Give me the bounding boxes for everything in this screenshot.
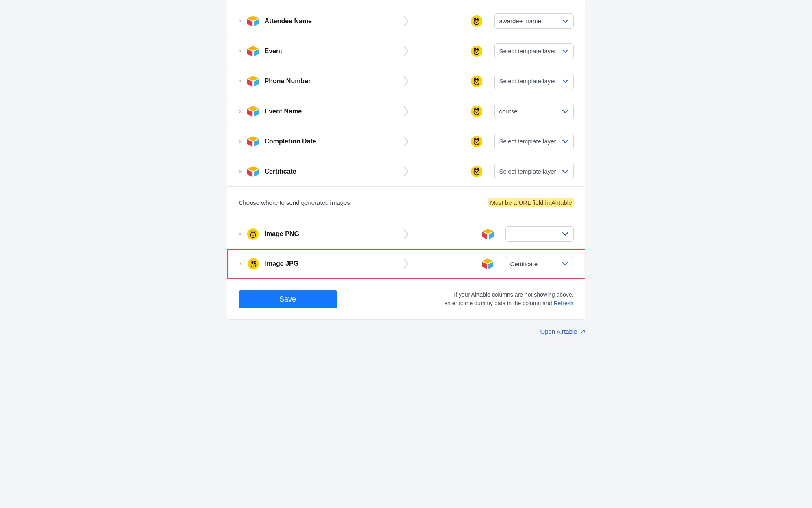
chevron-down-icon: [562, 231, 568, 237]
section-badge: Must be a URL field in Airtable: [488, 198, 573, 207]
field-row: × Event Name course: [227, 96, 585, 126]
mapping-card: × Attendee Name awardee_name × Event Sel…: [227, 0, 585, 320]
card-footer: Save If your Airtable columns are not sh…: [227, 279, 585, 319]
template-layer-select[interactable]: Select template layer: [494, 134, 574, 149]
field-label: Certificate: [265, 168, 296, 175]
field-label: Completion Date: [265, 138, 316, 145]
field-label: Event: [265, 48, 283, 55]
select-value: course: [499, 108, 518, 115]
external-link-icon: [580, 329, 585, 334]
bear-icon: [246, 258, 260, 270]
select-value: awardee_name: [499, 17, 541, 24]
field-label: Attendee Name: [265, 17, 312, 25]
chevron-down-icon: [562, 48, 568, 54]
select-placeholder: Select template layer: [499, 138, 556, 145]
airtable-icon: [246, 75, 260, 87]
select-value: Certificate: [510, 261, 538, 267]
field-row: × Completion Date Select template layer: [227, 126, 585, 156]
select-placeholder: Select template layer: [499, 78, 556, 85]
field-row: × Attendee Name awardee_name: [227, 6, 585, 36]
chevron-right-icon: [403, 76, 409, 87]
output-section-header: Choose where to send generated images Mu…: [227, 187, 585, 219]
close-icon[interactable]: ×: [239, 78, 246, 85]
bear-icon: [470, 165, 484, 178]
chevron-right-icon: [403, 46, 409, 57]
close-icon[interactable]: ×: [239, 138, 246, 145]
bear-icon: [470, 75, 484, 87]
close-icon[interactable]: ×: [239, 18, 246, 24]
chevron-right-icon: [403, 106, 409, 117]
output-field-select[interactable]: [505, 226, 574, 242]
bear-icon: [470, 45, 484, 57]
field-label: Event Name: [265, 108, 302, 115]
template-layer-select[interactable]: Select template layer: [494, 43, 574, 59]
airtable-icon: [481, 228, 495, 240]
chevron-down-icon: [562, 78, 568, 84]
close-icon[interactable]: ×: [239, 261, 246, 267]
footer-help-text: If your Airtable columns are not showing…: [444, 291, 573, 308]
template-layer-select[interactable]: Select template layer: [494, 74, 574, 89]
airtable-icon: [246, 15, 260, 27]
chevron-right-icon: [403, 228, 409, 240]
airtable-icon: [246, 105, 260, 117]
template-layer-select[interactable]: course: [494, 104, 574, 119]
chevron-right-icon: [403, 136, 409, 147]
section-text: Choose where to send generated images: [239, 199, 350, 206]
close-icon[interactable]: ×: [239, 231, 246, 237]
airtable-icon: [246, 165, 260, 178]
select-placeholder: Select template layer: [499, 48, 556, 54]
output-label: Image PNG: [265, 230, 299, 238]
refresh-link[interactable]: Refresh: [553, 300, 573, 306]
chevron-right-icon: [403, 15, 409, 27]
select-placeholder: Select template layer: [499, 168, 556, 175]
airtable-icon: [246, 45, 260, 57]
open-airtable-link[interactable]: Open Airtable: [540, 328, 585, 335]
output-row-highlighted: × Image JPG Certificate: [227, 249, 585, 279]
close-icon[interactable]: ×: [239, 168, 246, 175]
chevron-down-icon: [562, 169, 568, 174]
close-icon[interactable]: ×: [239, 108, 246, 115]
chevron-right-icon: [403, 258, 409, 269]
output-label: Image JPG: [265, 260, 299, 267]
template-layer-select[interactable]: Select template layer: [494, 164, 574, 179]
airtable-icon: [481, 258, 495, 270]
output-row: × Image PNG: [227, 219, 585, 249]
field-row: × Certificate Select template layer: [227, 156, 585, 187]
bear-icon: [470, 135, 484, 148]
chevron-down-icon: [562, 139, 568, 144]
airtable-icon: [246, 135, 260, 148]
output-field-select[interactable]: Certificate: [505, 256, 573, 271]
field-row: × Phone Number Select template layer: [227, 66, 585, 96]
close-icon[interactable]: ×: [239, 48, 246, 54]
chevron-down-icon: [562, 18, 568, 24]
chevron-down-icon: [562, 109, 568, 114]
chevron-right-icon: [403, 166, 409, 177]
bear-icon: [246, 228, 260, 240]
field-row: × Event Select template layer: [227, 36, 585, 66]
bear-icon: [470, 15, 484, 27]
template-layer-select[interactable]: awardee_name: [494, 13, 574, 29]
field-label: Phone Number: [265, 78, 311, 85]
bear-icon: [470, 105, 484, 117]
save-button[interactable]: Save: [239, 290, 337, 308]
field-row-partial: [227, 0, 585, 6]
chevron-down-icon: [561, 261, 568, 267]
